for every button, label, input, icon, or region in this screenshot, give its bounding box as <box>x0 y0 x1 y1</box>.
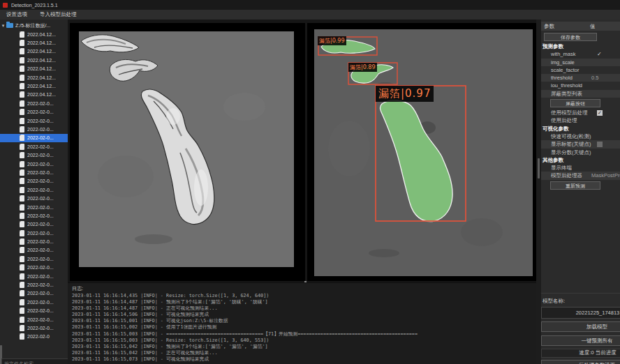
tree-item-label: 2022-02-0... <box>27 119 54 123</box>
file-icon <box>20 152 24 158</box>
tree-item[interactable]: 2022-02-0... <box>0 324 68 332</box>
tree-item-label: 2022-02-0... <box>27 170 54 175</box>
param-name: with_mask <box>551 51 575 57</box>
log-line: 2023-01-11 16:16:15,002 |INFO| - 使用了1张图片… <box>72 324 533 331</box>
tree-root-folder[interactable]: ▾ Z:/5-标注数据/... <box>0 21 68 30</box>
param-action-button[interactable]: 重新预测 <box>550 181 600 190</box>
tree-item[interactable]: 2022-02-0... <box>0 194 68 202</box>
tree-item-label: 2022-02-0... <box>27 300 54 305</box>
menu-settings[interactable]: 设置选项 <box>0 10 34 20</box>
param-row[interactable]: img_scale <box>541 59 620 66</box>
tree-item-label: 2022-02-0... <box>27 205 54 210</box>
param-row[interactable]: 使用模型后处理✓ <box>541 109 620 116</box>
param-row[interactable]: threshold0.5 <box>541 74 620 82</box>
param-section-title: 可视化参数 <box>541 125 620 132</box>
file-icon <box>20 317 24 323</box>
tree-item[interactable]: 2022-02-0... <box>0 151 68 159</box>
log-line: 2023-01-11 16:16:15,003 |INFO| - =======… <box>72 331 533 338</box>
filename-search-input[interactable] <box>1 358 71 364</box>
original-image-panel[interactable] <box>70 23 305 281</box>
param-row[interactable]: scale_factor <box>541 66 620 74</box>
tree-item[interactable]: 2022-02-0... <box>0 177 68 185</box>
log-line: 2023-01-11 16:16:14,487 |INFO| - 预测出了3个结… <box>72 299 533 305</box>
tree-item[interactable]: 2022-02-0... <box>0 142 68 151</box>
tree-item[interactable]: 2022-02-0... <box>0 116 68 125</box>
tree-item[interactable]: 2022-02-0... <box>0 168 68 176</box>
tree-item[interactable]: 2022-02-0 <box>0 333 68 341</box>
param-checkbox[interactable] <box>597 142 603 147</box>
tree-item-label: 2022.04.12... <box>27 92 56 97</box>
window-title: Detection_2023.1.5.1 <box>11 3 58 8</box>
log-lines: 2023-01-11 16:16:14,435 |INFO| - Resize:… <box>72 293 533 363</box>
load-model-button[interactable]: 加载模型 <box>541 321 620 332</box>
param-row[interactable]: 屏蔽类型列表 <box>541 90 620 98</box>
tree-item[interactable]: 2022-02-0... <box>0 255 68 263</box>
detection-label: 漏箔|0.89 <box>348 63 377 72</box>
file-icon <box>20 282 24 288</box>
tree-item[interactable]: 2022.04.12... <box>0 47 68 56</box>
file-icon <box>20 91 24 98</box>
tree-item[interactable]: 2022-02-0... <box>0 289 68 298</box>
tree-item[interactable]: 2022-02-0... <box>0 220 68 229</box>
tree-item-label: 2022-02-0... <box>27 162 54 167</box>
tree-item[interactable]: 2022-02-0... <box>0 203 68 211</box>
original-image <box>70 23 305 281</box>
file-icon <box>20 40 24 46</box>
tree-item[interactable]: 2022.04.12... <box>0 65 68 73</box>
file-icon <box>20 308 24 314</box>
param-row[interactable]: 快速可视化(检测) <box>541 132 620 140</box>
detection-label: 漏箔|0.97 <box>376 86 434 102</box>
tree-item[interactable]: 2022-02-0... <box>0 160 68 168</box>
tree-item[interactable]: 2022.04.12... <box>0 56 68 64</box>
param-section-title: 预测参数 <box>541 43 620 50</box>
tree-item[interactable]: 2022-02-0... <box>0 211 68 220</box>
tree-item[interactable]: 2022.04.12... <box>0 73 68 82</box>
param-checkbox[interactable]: ✓ <box>597 110 603 116</box>
param-row[interactable]: 显示标签(关键点) <box>541 140 620 148</box>
file-icon <box>20 135 24 141</box>
tree-item[interactable]: 2022-02-0... <box>0 272 68 280</box>
tree-item[interactable]: 2022-02-0... <box>0 315 68 324</box>
panel-splitter[interactable] <box>536 20 541 364</box>
prediction-image-panel[interactable]: 漏箔|0.99 漏箔|0.89 漏箔|0.97 <box>307 23 536 281</box>
chevron-down-icon[interactable]: ▾ <box>0 23 6 29</box>
tree-item-label: 2022-02-0... <box>27 274 54 279</box>
save-params-button[interactable]: 保存参数 <box>544 33 597 41</box>
model-name-select[interactable]: 20221225_174813 <box>541 307 620 319</box>
log-line: 2023-01-11 16:16:15,073 |INFO| - 可视化预测结果… <box>72 356 533 363</box>
tree-item[interactable]: 2022-02-0... <box>0 307 68 315</box>
tree-item[interactable]: 2022-02-0... <box>0 99 68 107</box>
check-icon[interactable]: ✓ <box>597 50 602 58</box>
param-row[interactable]: iou_threshold <box>541 82 620 89</box>
predict-all-button[interactable]: 一键预测所有 <box>541 335 620 346</box>
tree-item[interactable]: 2022-02-0... <box>0 125 68 133</box>
tree-item-label: 2022.04.12... <box>27 32 56 37</box>
tree-item[interactable]: 2022-02-0... <box>0 280 68 289</box>
param-action-button[interactable]: 屏蔽按钮 <box>550 99 600 107</box>
tree-item[interactable]: 2022-02-0... <box>0 264 68 272</box>
menu-import-postprocess[interactable]: 导入模型后处理 <box>34 10 83 20</box>
tree-item[interactable]: 2022-02-0... <box>0 134 68 142</box>
param-row[interactable]: 使用后处理 <box>541 116 620 124</box>
tree-item[interactable]: 2022-02-0... <box>0 246 68 255</box>
postprocess-params-button[interactable]: 后处理参数设置 <box>541 360 620 364</box>
param-row[interactable]: 显示分数(关键点) <box>541 149 620 156</box>
tree-item[interactable]: 2022.04.12... <box>0 82 68 90</box>
tree-item[interactable]: 2022-02-0... <box>0 185 68 194</box>
param-row[interactable]: 显示终端 <box>541 164 620 172</box>
param-row[interactable]: with_mask✓ <box>541 50 620 58</box>
tree-item-label: 2022-02-0... <box>27 179 54 183</box>
tree-item[interactable]: 2022-02-0... <box>0 237 68 245</box>
param-row[interactable]: 模型后处理器MaskPostPro <box>541 172 620 179</box>
tree-item-label: 2022-02-0... <box>27 188 54 192</box>
tree-item[interactable]: 2022.04.12... <box>0 91 68 99</box>
tree-item[interactable]: 2022-02-0... <box>0 298 68 306</box>
tree-item[interactable]: 2022-02-0... <box>0 108 68 116</box>
splitter-handle[interactable] <box>538 158 540 179</box>
tree-item-label: 2022.04.12... <box>27 84 56 89</box>
tree-item[interactable]: 2022.04.12... <box>0 30 68 38</box>
tree-item-label: 2022-02-0... <box>27 213 54 218</box>
tree-item[interactable]: 2022.04.12... <box>0 38 68 47</box>
param-name: 模型后处理器 <box>551 172 582 179</box>
tree-item[interactable]: 2022-02-0... <box>0 229 68 237</box>
